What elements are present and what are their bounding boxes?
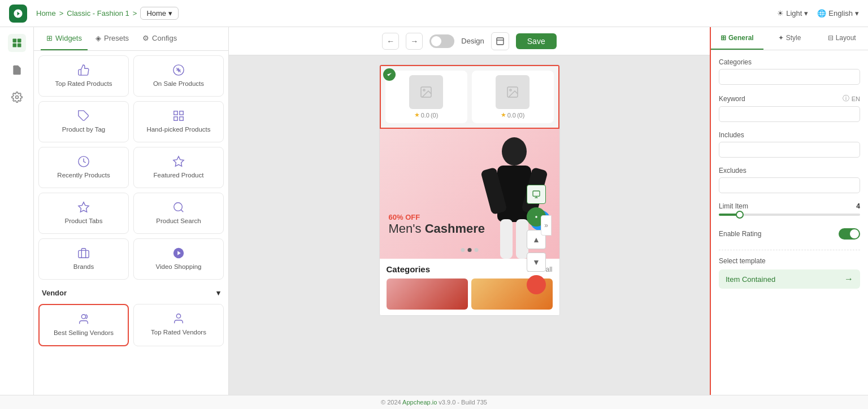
widget-best-selling-vendors[interactable]: Best Selling Vendors: [38, 304, 129, 346]
breadcrumb-sep2: >: [133, 9, 137, 18]
top-bar-right: ☀ Light ▾ 🌐 English ▾: [777, 9, 859, 18]
layout-icon: ⊟: [828, 34, 834, 42]
template-label: Select template: [719, 257, 860, 265]
keyword-row: Keyword ⓘ EN: [719, 94, 860, 103]
widget-recently-products[interactable]: Recently Products: [38, 147, 129, 188]
action-add-button[interactable]: [527, 185, 546, 204]
category-image-1: [387, 279, 468, 310]
excludes-input[interactable]: [719, 177, 860, 193]
svg-rect-0: [12, 39, 16, 43]
field-group-includes: Includes: [719, 131, 860, 158]
right-actions: ▲ ▼: [524, 84, 549, 395]
svg-rect-8: [174, 111, 177, 115]
svg-line-36: [535, 282, 539, 286]
language-button[interactable]: 🌐 English ▾: [817, 9, 859, 18]
svg-point-35: [535, 216, 537, 218]
limit-row: Limit Item 4: [719, 202, 860, 210]
preview-icon-button[interactable]: [491, 32, 509, 50]
center-canvas: ← → Design Save »: [229, 27, 710, 395]
breadcrumb-home[interactable]: Home: [36, 9, 56, 18]
tab-general[interactable]: ⊞ General: [711, 27, 763, 50]
widget-label-hand-picked: Hand-picked Products: [146, 125, 210, 134]
widget-product-tabs[interactable]: Product Tabs: [38, 193, 129, 234]
widget-top-rated-vendors[interactable]: Top Rated Vendors: [133, 304, 224, 346]
enable-rating-toggle[interactable]: [839, 228, 860, 240]
tab-widgets[interactable]: ⊞ Widgets: [41, 27, 88, 50]
svg-rect-1: [17, 39, 21, 43]
field-group-excludes: Excludes: [719, 167, 860, 193]
categories-input[interactable]: [719, 69, 860, 85]
widget-label-on-sale: On Sale Products: [153, 80, 204, 88]
canvas-back-button[interactable]: ←: [382, 33, 399, 50]
right-panel-tabs: ⊞ General ✦ Style ⊟ Layout: [711, 27, 868, 50]
save-button[interactable]: Save: [516, 33, 557, 49]
widget-on-sale-products[interactable]: On Sale Products: [133, 55, 224, 97]
categories-label: Categories: [719, 58, 860, 66]
canvas-forward-button[interactable]: →: [406, 33, 423, 50]
product-rating-1: ★ 0.0 (0): [414, 111, 439, 119]
vendor-grid: Best Selling Vendors Top Rated Vendors: [38, 302, 224, 349]
widget-featured-product[interactable]: Featured Product: [133, 147, 224, 188]
template-arrow-icon: →: [844, 274, 853, 284]
widget-product-search[interactable]: Product Search: [133, 193, 224, 234]
footer-link[interactable]: Appcheap.io: [402, 399, 437, 406]
product-card-1: ★ 0.0 (0): [385, 71, 467, 123]
template-item-contained[interactable]: Item Contained →: [719, 269, 860, 289]
widget-label-brands: Brands: [73, 263, 94, 271]
svg-rect-2: [12, 43, 16, 47]
widget-label-featured: Featured Product: [154, 171, 204, 180]
widget-video-shopping[interactable]: Video Shopping: [133, 238, 224, 280]
tab-presets[interactable]: ◈ Presets: [90, 27, 134, 50]
limit-value: 4: [856, 202, 860, 210]
right-panel-content: Categories Keyword ⓘ EN Includes: [711, 50, 868, 306]
expand-panel-button[interactable]: »: [541, 215, 552, 236]
widget-hand-picked[interactable]: Hand-picked Products: [133, 101, 224, 142]
footer-bar: © 2024 Appcheap.io v3.9.0 - Build 735: [0, 395, 868, 409]
dot-1: [461, 248, 465, 252]
svg-point-20: [176, 314, 180, 317]
widget-label-product-search: Product Search: [156, 217, 201, 225]
action-delete-button[interactable]: [527, 275, 546, 294]
widget-top-rated-products[interactable]: Top Rated Products: [38, 55, 129, 97]
banner-sale-text: 60% OFF: [389, 213, 485, 221]
product-rating-2: ★ 0.0 (0): [501, 111, 525, 119]
widget-label-top-rated: Top Rated Products: [55, 80, 112, 88]
limit-slider-thumb[interactable]: [736, 211, 744, 219]
vendor-header[interactable]: Vendor ▾: [38, 284, 224, 302]
keyword-input[interactable]: [719, 106, 860, 122]
tab-configs[interactable]: ⚙ Configs: [137, 27, 183, 50]
design-toggle[interactable]: [429, 34, 454, 48]
widget-label-recently: Recently Products: [57, 171, 110, 180]
globe-icon: 🌐: [817, 9, 826, 18]
svg-rect-9: [180, 111, 183, 115]
includes-input[interactable]: [719, 142, 860, 158]
dot-2: [467, 248, 471, 252]
limit-slider-track: [719, 214, 860, 216]
widget-brands[interactable]: Brands: [38, 238, 129, 280]
action-move-down-button[interactable]: ▼: [527, 253, 546, 272]
chevron-down-vendor: ▾: [216, 289, 220, 297]
active-indicator: [383, 68, 396, 81]
canvas-area: »: [229, 55, 710, 395]
light-mode-button[interactable]: ☀ Light ▾: [777, 9, 808, 18]
chevron-down-icon-light: ▾: [804, 9, 808, 18]
left-icon-settings[interactable]: [8, 88, 26, 106]
footer-copyright: © 2024: [381, 399, 401, 406]
logo-icon: [9, 5, 27, 23]
design-label: Design: [461, 37, 484, 45]
left-icon-pages[interactable]: [8, 61, 26, 79]
enable-rating-label: Enable Rating: [719, 230, 761, 238]
svg-rect-10: [174, 117, 177, 120]
main-layout: ⊞ Widgets ◈ Presets ⚙ Configs Top Rated …: [0, 27, 868, 395]
svg-point-4: [15, 96, 18, 99]
widgets-icon: ⊞: [46, 34, 53, 42]
left-icon-widgets[interactable]: [8, 34, 26, 52]
tab-style[interactable]: ✦ Style: [763, 27, 816, 50]
keyword-label: Keyword: [719, 95, 745, 103]
includes-label: Includes: [719, 131, 860, 139]
widget-product-by-tag[interactable]: Product by Tag: [38, 101, 129, 142]
light-icon: ☀: [777, 9, 784, 18]
tab-layout[interactable]: ⊟ Layout: [815, 27, 868, 50]
breadcrumb-current[interactable]: Home ▾: [140, 7, 179, 20]
breadcrumb-classic[interactable]: Classic - Fashion 1: [67, 9, 129, 18]
